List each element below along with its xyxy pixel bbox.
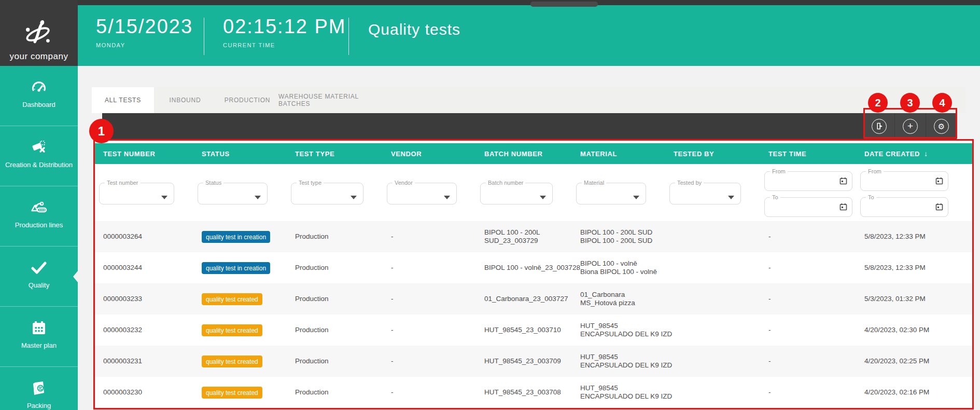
table-row[interactable]: 0000003244quality test in creationProduc… [95, 252, 972, 283]
column-header-vendor[interactable]: VENDOR [383, 143, 476, 164]
status-badge: quality test created [202, 387, 262, 399]
filter-test_time-from[interactable]: From [764, 171, 852, 191]
filter-cell-status: Status [193, 164, 287, 221]
filter-cell-date-created: FromTo [856, 164, 972, 221]
export-icon [872, 119, 887, 134]
cell-vendor: - [383, 283, 476, 315]
sort-desc-icon[interactable]: ↓ [924, 149, 928, 158]
header-divider [348, 18, 349, 55]
cell-test-type: Production [287, 346, 383, 377]
tickets-icon [31, 139, 47, 156]
filter-dropdown-status[interactable]: Status [198, 183, 268, 204]
chevron-down-icon[interactable] [161, 196, 167, 199]
sidebar-item-quality[interactable]: Quality [0, 247, 78, 307]
current-time-label: CURRENT TIME [223, 42, 346, 48]
sidebar-item-creation-distribution[interactable]: Creation & Distribution [0, 126, 78, 186]
gear-icon: ⚙ [934, 119, 949, 134]
logo-figure-icon [23, 18, 55, 50]
top-window-strip [0, 0, 980, 5]
cell-test-type: Production [287, 283, 383, 315]
current-time: 02:15:12 PM [223, 16, 346, 38]
table-row[interactable]: 0000003231quality test createdProduction… [95, 346, 972, 377]
tab-warehouse-material-batches[interactable]: WAREHOUSE MATERIAL BATCHES [278, 87, 390, 113]
cell-test-time: - [760, 221, 856, 252]
cell-test-number: 0000003231 [95, 346, 193, 377]
cell-test-type: Production [287, 377, 383, 408]
sidebar-item-production-lines[interactable]: Production lines [0, 186, 78, 247]
chevron-down-icon[interactable] [444, 196, 450, 199]
column-header-test-number[interactable]: TEST NUMBER [95, 143, 193, 164]
status-badge: quality test created [202, 293, 262, 305]
filter-dropdown-material[interactable]: Material [576, 183, 646, 204]
chevron-down-icon[interactable] [728, 196, 734, 199]
filter-label: Material [582, 180, 606, 186]
cell-date-created: 4/20/2023, 02:30 PM [856, 315, 972, 346]
calendar-icon[interactable] [935, 177, 943, 187]
filter-test_time-to[interactable]: To [764, 197, 852, 217]
tab-production[interactable]: PRODUCTION [216, 87, 278, 113]
calendar-icon[interactable] [935, 203, 943, 213]
cell-status: quality test in creation [193, 221, 287, 252]
chevron-down-icon[interactable] [255, 196, 261, 199]
tab-all-tests[interactable]: ALL TESTS [92, 87, 154, 113]
cell-test-time: - [760, 283, 856, 315]
add-button[interactable]: + [895, 113, 926, 139]
table-row[interactable]: 0000003233quality test createdProduction… [95, 283, 972, 315]
current-date: 5/15/2023 [96, 16, 193, 38]
table-row[interactable]: 0000003230quality test createdProduction… [95, 377, 972, 408]
dashboard-gauge-icon [31, 78, 47, 96]
sidebar-item-master-plan[interactable]: Master plan [0, 307, 78, 367]
filter-label: To [770, 194, 780, 200]
cell-batch-number: 01_Carbonara_23_003727 [476, 283, 572, 315]
plus-icon: + [903, 119, 918, 134]
cell-test-number: 0000003233 [95, 283, 193, 315]
calendar-icon[interactable] [839, 177, 847, 187]
cell-test-number: 0000003230 [95, 377, 193, 408]
table-row[interactable]: 0000003264quality test in creationProduc… [95, 221, 972, 252]
cell-batch-number: HUT_98545_23_003709 [476, 346, 572, 377]
cell-vendor: - [383, 346, 476, 377]
tab-inbound[interactable]: INBOUND [154, 87, 216, 113]
table-body: 0000003264quality test in creationProduc… [95, 221, 972, 408]
filter-date_created-from[interactable]: From [860, 171, 948, 191]
logo-company-name: your company [10, 51, 68, 62]
column-header-date-created[interactable]: DATE CREATED↓ [856, 143, 972, 164]
table-row[interactable]: 0000003232quality test createdProduction… [95, 315, 972, 346]
cell-tested-by [665, 221, 760, 252]
chevron-down-icon[interactable] [351, 196, 357, 199]
filter-dropdown-test-type[interactable]: Test type [291, 183, 363, 204]
column-header-status[interactable]: STATUS [193, 143, 287, 164]
calendar-icon[interactable] [839, 203, 847, 213]
sidebar-item-packing[interactable]: Packing [0, 367, 78, 410]
cell-material: HUT_98545ENCAPSULADO DEL K9 IZD [572, 315, 665, 346]
cell-batch-number: BIPOL 100 - volně_23_003728 [476, 252, 572, 283]
column-header-tested-by[interactable]: TESTED BY [665, 143, 760, 164]
cell-test-number: 0000003232 [95, 315, 193, 346]
column-header-material[interactable]: MATERIAL [572, 143, 665, 164]
cell-material: BIPOL 100 - volněBiona BIPOL 100 - volně [572, 252, 665, 283]
column-header-label: TEST TIME [768, 150, 806, 158]
column-header-test-time[interactable]: TEST TIME [760, 143, 856, 164]
cell-test-type: Production [287, 315, 383, 346]
settings-button[interactable]: ⚙ [926, 113, 957, 139]
column-header-label: MATERIAL [580, 150, 617, 158]
sidebar-item-dashboard[interactable]: Dashboard [0, 66, 78, 126]
filter-dropdown-batch-number[interactable]: Batch number [480, 183, 553, 204]
chevron-down-icon[interactable] [540, 196, 546, 199]
filter-dropdown-tested-by[interactable]: Tested by [669, 183, 741, 204]
cell-vendor: - [383, 315, 476, 346]
filter-date_created-to[interactable]: To [860, 197, 948, 217]
chevron-down-icon[interactable] [633, 196, 639, 199]
column-header-batch-number[interactable]: BATCH NUMBER [476, 143, 572, 164]
cell-date-created: 5/8/2023, 12:33 PM [856, 252, 972, 283]
sidebar-item-label: Creation & Distribution [3, 161, 75, 169]
cell-test-number: 0000003264 [95, 221, 193, 252]
table-header-row: TEST NUMBERSTATUSTEST TYPEVENDORBATCH NU… [95, 143, 972, 164]
export-button[interactable] [864, 113, 894, 139]
company-logo[interactable]: your company [0, 0, 78, 66]
column-header-label: STATUS [202, 150, 230, 158]
cell-test-type: Production [287, 252, 383, 283]
column-header-test-type[interactable]: TEST TYPE [287, 143, 383, 164]
filter-dropdown-test-number[interactable]: Test number [99, 183, 174, 204]
filter-dropdown-vendor[interactable]: Vendor [387, 183, 457, 204]
